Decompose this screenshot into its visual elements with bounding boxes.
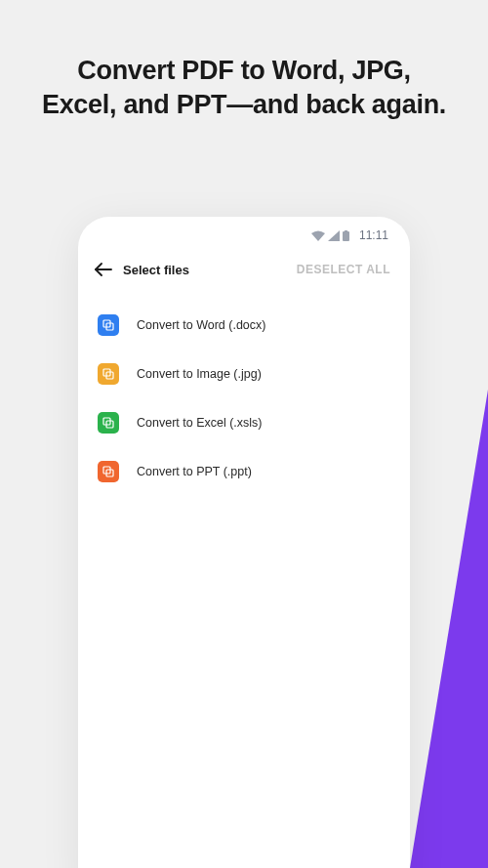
status-time: 11:11 <box>359 228 388 242</box>
signal-icon <box>328 230 340 241</box>
header-title: Select files <box>123 263 189 277</box>
option-label: Convert to Image (.jpg) <box>137 367 262 381</box>
back-arrow-icon[interactable] <box>94 260 113 279</box>
wifi-icon <box>311 230 325 241</box>
option-label: Convert to Word (.docx) <box>137 318 265 332</box>
status-bar: 11:11 <box>78 217 410 254</box>
excel-icon <box>98 412 119 434</box>
decorative-triangle <box>410 390 488 868</box>
header-left: Select files <box>94 260 189 279</box>
option-label: Convert to Excel (.xsls) <box>137 416 263 430</box>
option-convert-image[interactable]: Convert to Image (.jpg) <box>98 350 390 398</box>
option-convert-ppt[interactable]: Convert to PPT (.ppt) <box>98 447 390 496</box>
ppt-icon <box>98 461 119 482</box>
option-label: Convert to PPT (.ppt) <box>137 465 252 478</box>
word-icon <box>98 314 119 336</box>
option-convert-word[interactable]: Convert to Word (.docx) <box>98 301 390 350</box>
app-header: Select files DESELECT ALL <box>78 254 410 293</box>
phone-frame: 11:11 Select files DESELECT ALL Convert … <box>78 217 410 868</box>
svg-rect-0 <box>343 231 349 241</box>
deselect-all-button[interactable]: DESELECT ALL <box>297 263 390 276</box>
conversion-options-list: Convert to Word (.docx) Convert to Image… <box>78 293 410 504</box>
image-icon <box>98 363 119 385</box>
battery-icon <box>343 230 349 241</box>
svg-rect-1 <box>345 230 347 232</box>
page-headline: Convert PDF to Word, JPG, Excel, and PPT… <box>0 0 488 122</box>
option-convert-excel[interactable]: Convert to Excel (.xsls) <box>98 398 390 447</box>
status-icons <box>311 230 349 241</box>
